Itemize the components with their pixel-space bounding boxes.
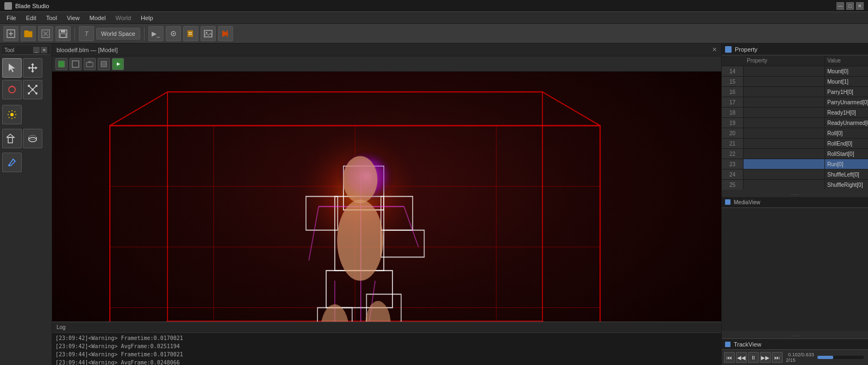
- menu-tool[interactable]: Tool: [42, 14, 61, 22]
- track-start-button[interactable]: ⏮: [724, 352, 735, 363]
- select-tool[interactable]: [2, 58, 22, 78]
- property-table: 14 Mount[0] 15 Mount[1] 16 Parry1H[0] 17…: [722, 66, 868, 190]
- property-row[interactable]: 21 RollEnd[0]: [722, 139, 868, 149]
- property-row[interactable]: 23 Run[0]: [722, 159, 868, 169]
- title-bar-controls: — □ ✕: [836, 2, 864, 10]
- svg-line-51: [13, 159, 15, 161]
- animation-button[interactable]: [218, 26, 233, 41]
- world-space-label: World Space: [101, 30, 135, 37]
- track-view-label: TrackView: [734, 341, 761, 348]
- maximize-button[interactable]: □: [846, 2, 854, 10]
- log-line: [23:09:42]<Warning> AvgFrame:0.0251194: [55, 342, 718, 350]
- dots-separator-1: ......: [722, 190, 868, 197]
- tool-panel-minimize[interactable]: _: [33, 47, 40, 53]
- tool-row-2: [2, 80, 49, 99]
- viewport-canvas[interactable]: [52, 72, 721, 365]
- world-space-button[interactable]: World Space: [96, 28, 140, 40]
- menu-help[interactable]: Help: [136, 14, 158, 22]
- prop-value: Ready1H[0]: [825, 108, 868, 117]
- vp-play-btn[interactable]: [112, 58, 124, 70]
- svg-rect-4: [24, 30, 28, 32]
- image-button[interactable]: [201, 26, 216, 41]
- property-row[interactable]: 18 Ready1H[0]: [722, 108, 868, 118]
- prop-name: [744, 97, 825, 107]
- prop-num: 18: [722, 108, 744, 117]
- tool-row-3: [2, 105, 49, 124]
- property-row[interactable]: 20 Roll[0]: [722, 128, 868, 139]
- paint-tool[interactable]: [2, 153, 22, 172]
- edit-button[interactable]: [183, 26, 198, 41]
- svg-point-34: [28, 92, 30, 95]
- track-next-button[interactable]: ▶▶: [760, 352, 771, 363]
- prop-name: [744, 108, 825, 117]
- close-button[interactable]: ✕: [856, 2, 864, 10]
- track-view-header: TrackView: [722, 339, 868, 350]
- minimize-button[interactable]: —: [836, 2, 844, 10]
- open-button[interactable]: [21, 26, 36, 41]
- building-tool[interactable]: [2, 129, 22, 148]
- vp-flat-btn[interactable]: [98, 58, 110, 70]
- terminal-button[interactable]: ▶_: [148, 26, 164, 41]
- property-row[interactable]: 16 Parry1H[0]: [722, 87, 868, 97]
- svg-point-31: [32, 89, 34, 91]
- vp-camera-btn[interactable]: [84, 58, 96, 70]
- transform-button[interactable]: T: [79, 26, 94, 41]
- menu-view[interactable]: View: [63, 14, 84, 22]
- property-row[interactable]: 14 Mount[0]: [722, 66, 868, 77]
- toolbar-sep-1: [74, 27, 75, 40]
- menu-world[interactable]: World: [111, 14, 136, 22]
- move-tool[interactable]: [23, 58, 42, 78]
- tool-panel-close[interactable]: ✕: [41, 47, 47, 53]
- rotate-tool[interactable]: [2, 80, 22, 99]
- col-value: Value: [825, 55, 868, 66]
- settings-button[interactable]: [166, 26, 181, 41]
- svg-marker-26: [35, 66, 38, 70]
- light-tool[interactable]: [2, 105, 22, 124]
- track-progress-slider[interactable]: [817, 356, 864, 359]
- scale-tool[interactable]: [23, 80, 42, 99]
- property-row[interactable]: 19 ReadyUnarmed[0]: [722, 118, 868, 128]
- property-row[interactable]: 22 RollStart[0]: [722, 149, 868, 159]
- menu-model[interactable]: Model: [85, 14, 110, 22]
- prop-value: Roll[0]: [825, 128, 868, 138]
- svg-rect-10: [60, 34, 66, 37]
- track-prev-button[interactable]: ◀◀: [736, 352, 747, 363]
- prop-num: 16: [722, 87, 744, 97]
- prop-name: [744, 139, 825, 148]
- viewport-title: bloodelf.blm — [Model]: [57, 47, 118, 53]
- viewport-close-button[interactable]: ✕: [712, 46, 717, 53]
- log-panel: Log [23:09:42]<Warning> Frametime:0.0170…: [52, 322, 721, 365]
- property-row[interactable]: 15 Mount[1]: [722, 77, 868, 87]
- svg-rect-13: [188, 30, 193, 37]
- svg-point-36: [10, 113, 14, 116]
- save-button[interactable]: [55, 26, 71, 41]
- property-row[interactable]: 17 ParryUnarmed[0]: [722, 97, 868, 108]
- property-row[interactable]: 24 ShuffleLeft[0]: [722, 169, 868, 180]
- media-view-icon: [725, 199, 730, 205]
- svg-rect-54: [72, 61, 79, 67]
- vp-shaded-btn[interactable]: [55, 58, 67, 70]
- object-tool[interactable]: [23, 129, 42, 148]
- tool-header-label: Tool: [4, 47, 14, 53]
- vp-wire-btn[interactable]: [70, 58, 82, 70]
- property-row[interactable]: 25 ShuffleRight[0]: [722, 180, 868, 190]
- svg-rect-55: [86, 62, 93, 67]
- prop-num: 22: [722, 149, 744, 159]
- log-line: [23:09:44]<Warning> Frametime:0.0170021: [55, 350, 718, 358]
- viewport-toolbar: [52, 56, 721, 72]
- track-view-icon: [725, 342, 730, 347]
- dots-separator-2: ......: [722, 331, 868, 338]
- media-view-label: MediaView: [734, 199, 760, 205]
- new-button[interactable]: [3, 26, 18, 41]
- menu-file[interactable]: File: [2, 14, 21, 22]
- menu-edit[interactable]: Edit: [22, 14, 41, 22]
- close-file-button[interactable]: [38, 26, 53, 41]
- track-end-button[interactable]: ⏭: [772, 352, 783, 363]
- svg-marker-63: [542, 92, 600, 355]
- log-header: Log: [52, 322, 721, 333]
- svg-point-32: [28, 85, 30, 87]
- svg-line-41: [9, 111, 10, 112]
- property-panel-header: Property: [722, 43, 868, 55]
- left-panel: Tool _ ✕: [0, 43, 52, 365]
- track-pause-button[interactable]: ⏸: [748, 352, 759, 363]
